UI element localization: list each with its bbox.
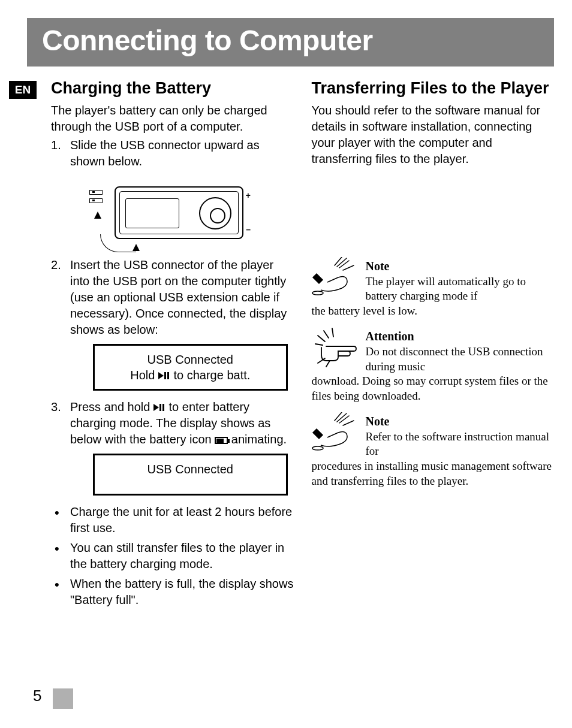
bullet-2: You can still transfer files to the play… xyxy=(51,540,294,572)
pointing-hand-icon xyxy=(312,324,360,371)
arrow-up-icon xyxy=(94,212,101,219)
svg-point-0 xyxy=(312,291,323,295)
attention-heading: Attention xyxy=(366,330,555,343)
svg-line-4 xyxy=(315,344,323,345)
page-marker-block xyxy=(53,688,73,709)
play-pause-icon xyxy=(158,371,170,380)
play-pause-icon xyxy=(153,403,165,412)
note-callout-1: Note The player will automatically go to… xyxy=(312,257,555,319)
player-body-icon: + – xyxy=(115,186,243,239)
charging-notes-list: Charge the unit for at least 2 hours bef… xyxy=(51,504,294,608)
display-1-line-1: USB Connected xyxy=(102,352,279,367)
step-2-text: Insert the USB connector of the player i… xyxy=(70,258,287,336)
svg-line-6 xyxy=(326,361,330,367)
step-1-text: Slide the USB connector upward as shown … xyxy=(70,138,260,168)
right-column: Transferring Files to the Player You sho… xyxy=(312,78,555,613)
note-2-heading: Note xyxy=(366,415,555,428)
bullet-3: When the battery is full, the display sh… xyxy=(51,576,294,608)
note-1-heading: Note xyxy=(366,259,555,273)
usb-connector-icon xyxy=(89,190,117,212)
charging-heading: Charging the Battery xyxy=(51,78,294,99)
step-3: Press and hold to enter battery charging… xyxy=(51,399,294,496)
svg-line-1 xyxy=(318,336,325,342)
language-tag: EN xyxy=(9,81,37,99)
note-1-body-b: the battery level is low. xyxy=(312,304,555,319)
display-1-line-2: Hold to charge batt. xyxy=(102,367,279,383)
step-1: Slide the USB connector upward as shown … xyxy=(51,137,294,249)
note-2-body-a: Refer to the software instruction manual… xyxy=(366,430,555,459)
charging-intro: The player's battery can only be charged… xyxy=(51,102,294,135)
writing-hand-icon xyxy=(312,257,360,303)
attention-body-b: download. Doing so may corrupt system fi… xyxy=(312,374,555,403)
left-column: Charging the Battery The player's batter… xyxy=(51,78,294,613)
transfer-heading: Transferring Files to the Player xyxy=(312,78,555,99)
attention-callout: Attention Do not disconnect the USB conn… xyxy=(312,327,555,404)
content-area: EN Charging the Battery The player's bat… xyxy=(0,78,572,613)
page-number: 5 xyxy=(33,687,41,705)
note-1-body-a: The player will automatically go to batt… xyxy=(366,274,555,304)
note-2-body-b: procedures in installing music managemen… xyxy=(312,459,555,488)
battery-icon xyxy=(215,437,228,444)
charging-steps: Slide the USB connector upward as shown … xyxy=(51,137,294,496)
svg-line-2 xyxy=(324,331,329,338)
bullet-1: Charge the unit for at least 2 hours bef… xyxy=(51,504,294,536)
display-2-line-1: USB Connected xyxy=(102,461,279,477)
svg-line-3 xyxy=(332,328,333,337)
arrow-up-icon xyxy=(133,244,140,251)
device-illustration: + – xyxy=(89,177,245,249)
svg-point-7 xyxy=(312,446,323,450)
transfer-intro: You should refer to the software manual … xyxy=(312,102,555,167)
page-title: Connecting to Computer xyxy=(42,24,539,57)
title-bar: Connecting to Computer xyxy=(27,18,554,67)
writing-hand-icon xyxy=(312,412,360,458)
display-box-1: USB Connected Hold to charge batt. xyxy=(93,344,288,391)
display-box-2: USB Connected xyxy=(93,454,288,496)
step-2: Insert the USB connector of the player i… xyxy=(51,257,294,391)
attention-body-a: Do not disconnect the USB connection dur… xyxy=(366,345,555,374)
note-callout-2: Note Refer to the software instruction m… xyxy=(312,412,555,489)
